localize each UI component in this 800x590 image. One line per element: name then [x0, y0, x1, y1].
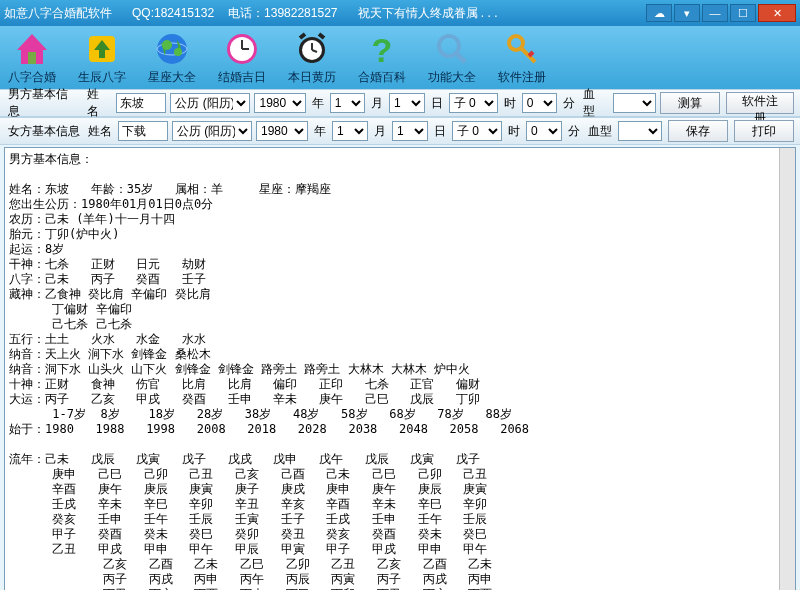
house-icon: [13, 30, 51, 68]
alarm-icon: [293, 30, 331, 68]
female-title: 女方基本信息: [6, 123, 82, 140]
male-name-input[interactable]: [116, 93, 166, 113]
print-button[interactable]: 打印: [734, 120, 794, 142]
register-button[interactable]: 软件注册: [726, 92, 794, 114]
toolbar-arrow[interactable]: 生辰八字: [78, 30, 126, 86]
male-calendar-select[interactable]: 公历 (阳历): [170, 93, 250, 113]
svg-rect-1: [28, 52, 36, 64]
toolbar-label: 结婚吉日: [218, 69, 266, 86]
toolbar-label: 星座大全: [148, 69, 196, 86]
female-month-select[interactable]: 1: [332, 121, 368, 141]
arrow-icon: [83, 30, 121, 68]
female-blood-select[interactable]: [618, 121, 662, 141]
question-icon: ?: [363, 30, 401, 68]
male-hour-select[interactable]: 子 0: [449, 93, 498, 113]
svg-line-20: [456, 53, 465, 62]
male-month-select[interactable]: 1: [330, 93, 365, 113]
toolbar-label: 八字合婚: [8, 69, 56, 86]
toolbar-label: 软件注册: [498, 69, 546, 86]
male-day-select[interactable]: 1: [389, 93, 424, 113]
clock-icon: [223, 30, 261, 68]
qq-info: QQ:182415132: [132, 6, 214, 20]
svg-point-7: [174, 48, 182, 56]
globe-icon: [153, 30, 191, 68]
toolbar-key[interactable]: 软件注册: [498, 30, 546, 86]
svg-text:?: ?: [372, 31, 393, 68]
main-toolbar: 八字合婚生辰八字星座大全结婚吉日本日黄历?合婚百科功能大全软件注册: [0, 26, 800, 89]
toolbar-label: 合婚百科: [358, 69, 406, 86]
female-calendar-select[interactable]: 公历 (阳历): [172, 121, 252, 141]
toolbar-label: 功能大全: [428, 69, 476, 86]
female-year-select[interactable]: 1980: [256, 121, 308, 141]
toolbar-globe[interactable]: 星座大全: [148, 30, 196, 86]
name-label: 姓名: [85, 86, 113, 120]
toolbar-alarm[interactable]: 本日黄历: [288, 30, 336, 86]
female-day-select[interactable]: 1: [392, 121, 428, 141]
toolbar-label: 生辰八字: [78, 69, 126, 86]
wish-text: 祝天下有情人终成眷属 . . .: [358, 5, 498, 22]
svg-line-16: [300, 34, 305, 38]
svg-point-4: [157, 34, 187, 64]
toolbar-search[interactable]: 功能大全: [428, 30, 476, 86]
toolbar-label: 本日黄历: [288, 69, 336, 86]
help-button[interactable]: ☁: [646, 4, 672, 22]
key-icon: [503, 30, 541, 68]
female-name-input[interactable]: [118, 121, 168, 141]
male-blood-select[interactable]: [613, 93, 656, 113]
svg-point-6: [162, 40, 172, 50]
close-button[interactable]: ✕: [758, 4, 796, 22]
female-hour-select[interactable]: 子 0: [452, 121, 502, 141]
tray-button[interactable]: ▾: [674, 4, 700, 22]
svg-line-17: [319, 34, 324, 38]
maximize-button[interactable]: ☐: [730, 4, 756, 22]
svg-point-21: [509, 36, 523, 50]
vertical-scrollbar[interactable]: [779, 148, 795, 590]
male-title: 男方基本信息: [6, 86, 81, 120]
male-form-row: 男方基本信息 姓名 公历 (阳历) 1980 年 1 月 1 日 子 0 时 0…: [0, 89, 800, 117]
titlebar: 如意八字合婚配软件 QQ:182415132 电话：13982281527 祝天…: [0, 0, 800, 26]
male-year-select[interactable]: 1980: [254, 93, 305, 113]
output-panel: [4, 147, 796, 590]
female-form-row: 女方基本信息 姓名 公历 (阳历) 1980 年 1 月 1 日 子 0 时 0…: [0, 117, 800, 145]
toolbar-house[interactable]: 八字合婚: [8, 30, 56, 86]
tel-info: 电话：13982281527: [228, 5, 337, 22]
save-button[interactable]: 保存: [668, 120, 728, 142]
calculate-button[interactable]: 测算: [660, 92, 720, 114]
male-min-select[interactable]: 0: [522, 93, 557, 113]
toolbar-clock[interactable]: 结婚吉日: [218, 30, 266, 86]
app-title: 如意八字合婚配软件: [4, 5, 112, 22]
svg-line-23: [529, 52, 533, 56]
female-min-select[interactable]: 0: [526, 121, 562, 141]
toolbar-question[interactable]: ?合婚百科: [358, 30, 406, 86]
search-icon: [433, 30, 471, 68]
minimize-button[interactable]: —: [702, 4, 728, 22]
result-textarea[interactable]: [5, 148, 795, 590]
